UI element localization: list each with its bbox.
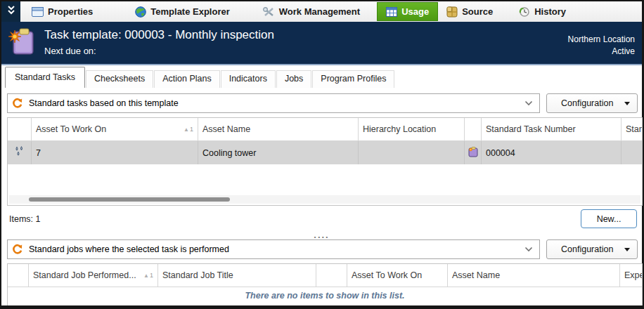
horizontal-scrollbar[interactable]	[9, 195, 640, 204]
status-label: Active	[568, 46, 635, 58]
chevron-down-icon	[524, 246, 533, 252]
dropdown-arrow-icon	[624, 248, 630, 251]
row-selector-column-header[interactable]	[8, 118, 32, 140]
toolbar-item-label: Usage	[401, 6, 429, 17]
configuration-label: Configuration	[561, 98, 613, 108]
toolbar-item-label: History	[534, 6, 566, 17]
column-header-standard-job-performed[interactable]: Standard Job Performed... ▲1	[29, 264, 158, 287]
cell-standard-task-name[interactable]	[622, 141, 642, 164]
toolbar-item-usage[interactable]: Usage	[377, 2, 438, 21]
tab-indicators[interactable]: Indicators	[221, 70, 276, 88]
collapse-ribbon-button[interactable]	[1, 1, 20, 22]
column-header-expected[interactable]: Expected	[620, 264, 642, 287]
top-toolbar: Properties Template Explorer Work Manage…	[1, 1, 642, 22]
column-label: Asset To Work On	[36, 124, 106, 134]
standard-tasks-grid: Asset To Work On ▲1 Asset Name Hierarchy…	[7, 117, 643, 206]
column-header-standard-job-title[interactable]: Standard Job Title	[158, 264, 316, 287]
record-header-meta: Northern Location Active	[568, 34, 635, 58]
task-small-icon	[468, 146, 479, 159]
record-header: Task template: 000003 - Monthly inspecti…	[1, 22, 642, 65]
horizontal-scrollbar-thumb[interactable]	[29, 197, 230, 202]
next-due-label: Next due on:	[44, 46, 274, 56]
table-grid-icon	[386, 7, 397, 17]
package-icon	[446, 6, 458, 18]
pane-splitter-handle[interactable]: ....	[1, 232, 642, 238]
jobs-filter-value: Standard jobs where the selected task is…	[29, 244, 524, 254]
jobs-filter-row: Standard jobs where the selected task is…	[7, 239, 638, 259]
tasks-filter-row: Standard tasks based on this template Co…	[7, 93, 638, 113]
tab-program-profiles[interactable]: Program Profiles	[312, 70, 394, 88]
sort-ascending-indicator: ▲1	[143, 272, 153, 279]
history-clock-icon	[518, 6, 530, 18]
column-header-asset-name[interactable]: Asset Name	[198, 118, 359, 140]
column-label: Asset To Work On	[352, 270, 422, 280]
column-header-hierarchy-location[interactable]: Hierarchy Location	[359, 118, 465, 140]
tasks-configuration-button[interactable]: Configuration	[546, 93, 638, 113]
task-template-icon	[8, 27, 36, 64]
cell-asset-to-work-on[interactable]: 7	[32, 141, 198, 164]
refresh-icon	[12, 244, 23, 255]
crossed-tools-icon	[262, 6, 275, 18]
column-header-asset-name[interactable]: Asset Name	[448, 264, 620, 287]
record-header-text: Task template: 000003 - Monthly inspecti…	[44, 22, 274, 64]
icon-column-header[interactable]	[465, 118, 482, 140]
cell-standard-task-number[interactable]: 000004	[482, 141, 622, 164]
toolbar-item-label: Properties	[48, 6, 93, 17]
tab-action-plans[interactable]: Action Plans	[154, 70, 219, 88]
tab-standard-tasks[interactable]: Standard Tasks	[5, 67, 85, 88]
cell-task-icon[interactable]	[465, 141, 482, 164]
tasks-filter-value: Standard tasks based on this template	[29, 98, 524, 108]
jobs-filter-combobox[interactable]: Standard jobs where the selected task is…	[7, 239, 540, 259]
tab-jobs[interactable]: Jobs	[276, 70, 311, 88]
toolbar-item-label: Template Explorer	[150, 6, 229, 17]
page-title: Task template: 000003 - Monthly inspecti…	[44, 28, 274, 42]
column-label: Asset Name	[202, 124, 250, 134]
column-label: Asset Name	[452, 270, 500, 280]
double-chevron-down-icon	[6, 5, 16, 18]
window-icon	[32, 7, 44, 17]
sort-ascending-indicator: ▲1	[183, 126, 193, 133]
column-header-asset-to-work-on[interactable]: Asset To Work On	[347, 264, 448, 287]
toolbar-item-work-management[interactable]: Work Management	[255, 1, 367, 22]
row-selector-column-header[interactable]	[8, 264, 29, 287]
icon-column-header[interactable]	[316, 264, 347, 287]
app-window: Properties Template Explorer Work Manage…	[0, 0, 644, 309]
toolbar-item-label: Work Management	[279, 6, 360, 17]
new-button[interactable]: New...	[581, 209, 637, 228]
items-count: Items: 1	[9, 214, 40, 224]
refresh-icon	[12, 98, 23, 109]
column-label: Standard Task Number	[486, 124, 576, 134]
toolbar-item-template-explorer[interactable]: Template Explorer	[128, 1, 236, 22]
column-label: Standard Task Name	[626, 124, 642, 134]
column-label: Standard Job Title	[162, 270, 233, 280]
jobs-configuration-button[interactable]: Configuration	[546, 239, 638, 259]
toolbar-item-properties[interactable]: Properties	[25, 1, 100, 22]
tab-checksheets[interactable]: Checksheets	[86, 70, 153, 88]
tasks-filter-combobox[interactable]: Standard tasks based on this template	[7, 93, 540, 113]
jobs-grid-header: Standard Job Performed... ▲1 Standard Jo…	[8, 264, 642, 287]
standard-jobs-grid: Standard Job Performed... ▲1 Standard Jo…	[7, 263, 643, 305]
empty-list-message: There are no items to show in this list.	[8, 287, 642, 304]
column-header-asset-to-work-on[interactable]: Asset To Work On ▲1	[32, 118, 198, 140]
tasks-footer-row: Items: 1 New...	[1, 206, 642, 232]
column-label: Standard Job Performed...	[33, 270, 136, 280]
column-label: Expected	[624, 270, 642, 280]
chevron-down-icon	[524, 100, 533, 106]
tab-strip: Standard Tasks Checksheets Action Plans …	[1, 65, 642, 88]
column-header-standard-task-name[interactable]: Standard Task Name	[622, 118, 642, 140]
column-label: Hierarchy Location	[363, 124, 436, 134]
location-label: Northern Location	[568, 34, 635, 46]
toolbar-item-source[interactable]: Source	[439, 1, 500, 22]
cell-asset-name[interactable]: Cooling tower	[198, 141, 359, 164]
cell-hierarchy-location[interactable]	[359, 141, 465, 164]
tasks-grid-header: Asset To Work On ▲1 Asset Name Hierarchy…	[8, 118, 642, 141]
globe-icon	[135, 6, 146, 18]
row-selector-cell[interactable]	[8, 141, 32, 164]
droplets-icon	[14, 146, 25, 159]
table-row[interactable]: 7 Cooling tower 000004	[8, 141, 642, 164]
toolbar-item-label: Source	[462, 6, 493, 17]
toolbar-item-history[interactable]: History	[511, 1, 573, 22]
column-header-standard-task-number[interactable]: Standard Task Number	[482, 118, 622, 140]
configuration-label: Configuration	[561, 244, 613, 254]
dropdown-arrow-icon	[624, 102, 630, 105]
